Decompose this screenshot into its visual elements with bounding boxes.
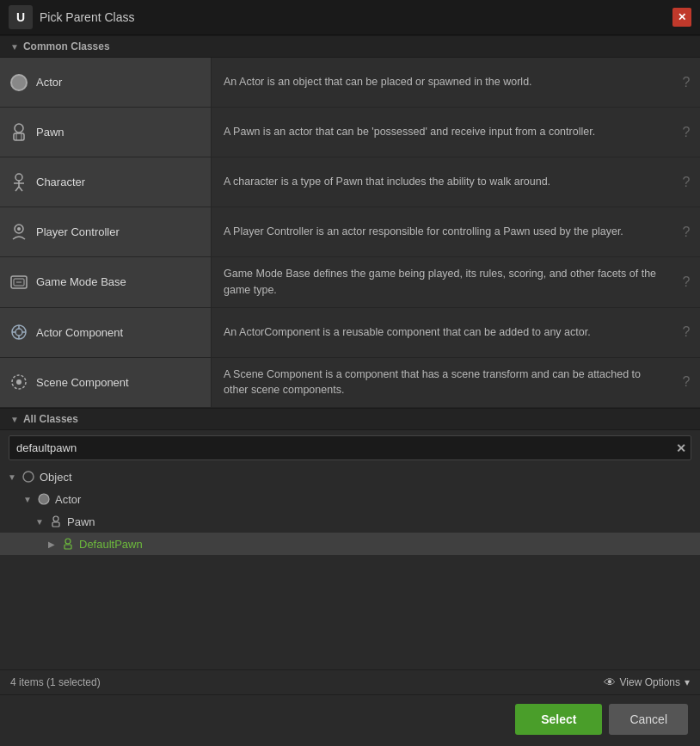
game-mode-base-button[interactable]: Game Mode Base [0,257,212,307]
common-classes-header: ▼ Common Classes [0,35,700,58]
actor-component-icon [9,322,29,342]
class-item-character: Character A character is a type of Pawn … [0,157,700,207]
svg-point-22 [16,379,21,385]
close-button[interactable]: ✕ [672,8,691,27]
svg-rect-2 [14,133,24,140]
game-mode-base-help-icon[interactable]: ? [672,257,700,307]
class-item-game-mode-base: Game Mode Base Game Mode Base defines th… [0,257,700,308]
character-help-icon[interactable]: ? [672,157,700,207]
player-controller-button[interactable]: Player Controller [0,207,212,256]
actor-icon [9,72,29,93]
svg-point-1 [15,124,23,133]
status-text: 4 items (1 selected) [10,676,101,688]
view-options-chevron: ▾ [685,676,690,688]
pawn-node-icon [48,514,64,529]
character-label: Character [36,176,85,188]
pawn-tree-label: Pawn [67,515,95,528]
character-icon [9,172,29,193]
game-mode-base-icon [9,272,29,293]
scene-component-help-icon[interactable]: ? [672,358,700,408]
class-item-scene-component: Scene Component A Scene Component is a c… [0,358,700,409]
all-classes-title: All Classes [23,413,78,425]
class-item-player-controller: Player Controller A Player Controller is… [0,207,700,257]
window-title: Pick Parent Class [40,10,134,24]
pawn-help-icon[interactable]: ? [672,108,700,157]
collapse-icon: ▼ [10,42,19,52]
svg-line-9 [19,187,22,191]
actor-component-button[interactable]: Actor Component [0,308,212,357]
search-bar: ✕ [0,430,700,465]
scene-component-button[interactable]: Scene Component [0,358,212,408]
scene-component-label: Scene Component [36,376,129,389]
title-bar-left: U Pick Parent Class [9,5,134,29]
svg-line-8 [15,187,19,191]
game-mode-base-label: Game Mode Base [36,275,126,288]
character-button[interactable]: Character [0,157,212,207]
search-input-wrap: ✕ [9,435,691,460]
actor-label: Actor [36,76,62,89]
eye-icon: 👁 [604,675,616,689]
title-bar: U Pick Parent Class ✕ [0,0,700,35]
scene-component-icon [9,372,29,392]
actor-button[interactable]: Actor [0,58,212,107]
actor-component-label: Actor Component [36,326,123,339]
svg-point-23 [23,472,34,482]
ue-logo: U [9,5,33,29]
common-classes-section: ▼ Common Classes Actor An Actor is an ob… [0,35,700,408]
actor-description: An Actor is an object that can be placed… [212,58,672,107]
tree-item-defaultpawn[interactable]: ▶ DefaultPawn [0,533,700,555]
player-controller-icon [9,222,29,243]
common-classes-title: Common Classes [23,40,110,52]
player-controller-help-icon[interactable]: ? [672,207,700,256]
svg-point-24 [39,494,49,504]
tree-container[interactable]: ▼ Object ▼ Actor ▼ [0,465,700,669]
view-options-label: View Options [620,676,680,688]
svg-point-5 [15,174,22,181]
action-bar: Select Cancel [0,694,700,743]
actor-component-description: An ActorComponent is a reusable componen… [212,308,672,357]
svg-point-11 [17,227,21,231]
actor-tree-label: Actor [55,493,81,506]
search-input[interactable] [9,435,691,460]
actor-expand-icon: ▼ [22,495,33,504]
pawn-label: Pawn [36,126,64,139]
object-expand-icon: ▼ [7,472,17,482]
actor-node-icon [36,491,52,507]
tree-item-actor[interactable]: ▼ Actor [0,488,700,510]
dialog-body: ▼ Common Classes Actor An Actor is an ob… [0,35,700,743]
class-list: Actor An Actor is an object that can be … [0,58,700,408]
scene-component-description: A Scene Component is a component that ha… [212,358,672,408]
player-controller-description: A Player Controller is an actor responsi… [212,207,672,256]
pawn-button[interactable]: Pawn [0,108,212,157]
class-item-pawn: Pawn A Pawn is an actor that can be 'pos… [0,108,700,157]
player-controller-label: Player Controller [36,225,120,238]
character-description: A character is a type of Pawn that inclu… [212,157,672,207]
actor-help-icon[interactable]: ? [672,58,700,107]
pawn-icon [9,122,29,143]
view-options-button[interactable]: 👁 View Options ▾ [604,675,690,689]
pawn-description: A Pawn is an actor that can be 'possesse… [212,108,672,157]
defaultpawn-node-icon [60,536,76,552]
svg-rect-26 [52,522,59,527]
svg-point-16 [15,329,22,336]
search-clear-button[interactable]: ✕ [676,442,686,454]
svg-point-0 [11,75,27,90]
all-classes-collapse-icon: ▼ [10,415,19,424]
cancel-button[interactable]: Cancel [609,704,688,735]
tree-item-pawn[interactable]: ▼ Pawn [0,510,700,533]
game-mode-base-description: Game Mode Base defines the game being pl… [212,257,672,307]
status-bar: 4 items (1 selected) 👁 View Options ▾ [0,669,700,694]
svg-point-25 [53,516,58,521]
defaultpawn-label: DefaultPawn [79,538,143,551]
tree-item-object[interactable]: ▼ Object [0,465,700,488]
pawn-expand-icon: ▼ [34,517,45,527]
all-classes-section: ▼ All Classes ✕ ▼ Object ▼ [0,408,700,743]
all-classes-header: ▼ All Classes [0,408,700,430]
object-node-icon [21,469,36,484]
object-label: Object [40,471,72,484]
class-item-actor-component: Actor Component An ActorComponent is a r… [0,308,700,358]
select-button[interactable]: Select [515,704,602,735]
actor-component-help-icon[interactable]: ? [672,308,700,357]
svg-point-27 [65,539,71,544]
svg-rect-28 [64,545,71,549]
